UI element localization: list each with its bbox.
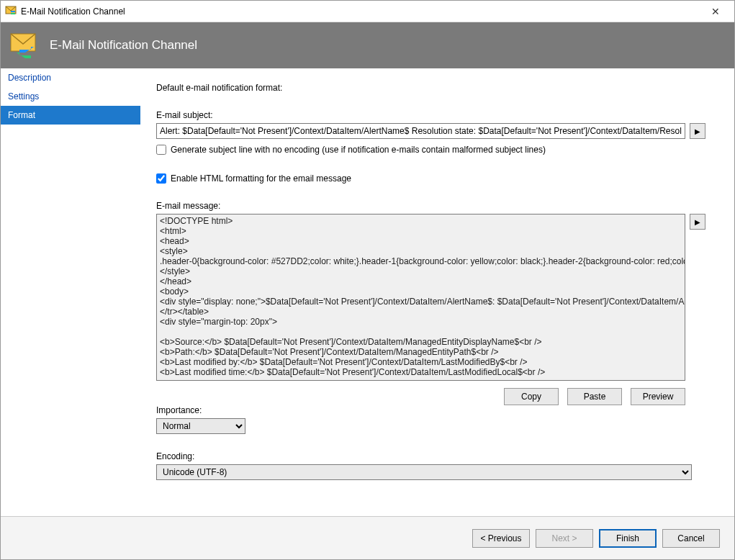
importance-label: Importance: <box>156 405 718 415</box>
title-bar: E-Mail Notification Channel ✕ <box>1 1 734 22</box>
sidebar-item-description[interactable]: Description <box>1 68 140 87</box>
enable-html-checkbox[interactable] <box>156 173 166 184</box>
subject-label: E-mail subject: <box>156 110 718 120</box>
next-button: Next > <box>536 529 593 548</box>
main-panel: Default e-mail notification format: E-ma… <box>140 68 734 516</box>
subject-variable-button[interactable]: ▶ <box>690 123 705 139</box>
message-textarea[interactable] <box>156 214 685 381</box>
triangle-right-icon: ▶ <box>695 218 700 226</box>
window-title: E-Mail Notification Channel <box>21 6 701 17</box>
importance-select[interactable]: Normal <box>156 418 245 434</box>
finish-button[interactable]: Finish <box>599 529 657 548</box>
sidebar: Description Settings Format <box>1 68 140 516</box>
sidebar-item-format[interactable]: Format <box>1 106 140 125</box>
cancel-button[interactable]: Cancel <box>662 529 720 548</box>
message-variable-button[interactable]: ▶ <box>690 214 705 230</box>
generate-subject-checkbox[interactable] <box>156 145 166 155</box>
banner-title: E-Mail Notification Channel <box>50 38 197 53</box>
paste-button[interactable]: Paste <box>567 388 622 405</box>
generate-subject-label[interactable]: Generate subject line with no encoding (… <box>171 145 546 155</box>
message-label: E-mail message: <box>156 201 718 211</box>
svg-rect-1 <box>11 11 15 12</box>
previous-button[interactable]: < Previous <box>472 529 530 548</box>
svg-marker-5 <box>17 53 31 58</box>
dialog-window: E-Mail Notification Channel ✕ E-Mail Not… <box>0 0 735 560</box>
triangle-right-icon: ▶ <box>695 127 700 135</box>
close-button[interactable]: ✕ <box>701 6 730 17</box>
encoding-select[interactable]: Unicode (UTF-8) <box>156 464 692 480</box>
enable-html-label[interactable]: Enable HTML formatting for the email mes… <box>171 173 351 184</box>
footer: < Previous Next > Finish Cancel <box>1 516 734 559</box>
sidebar-item-settings[interactable]: Settings <box>1 87 140 106</box>
preview-button[interactable]: Preview <box>631 388 685 405</box>
banner: E-Mail Notification Channel <box>1 22 734 68</box>
default-format-label: Default e-mail notification format: <box>156 83 718 93</box>
svg-rect-2 <box>11 13 15 14</box>
copy-button[interactable]: Copy <box>504 388 559 405</box>
banner-icon <box>9 31 41 60</box>
subject-input[interactable] <box>156 123 685 139</box>
encoding-label: Encoding: <box>156 451 718 461</box>
app-icon <box>5 4 17 18</box>
